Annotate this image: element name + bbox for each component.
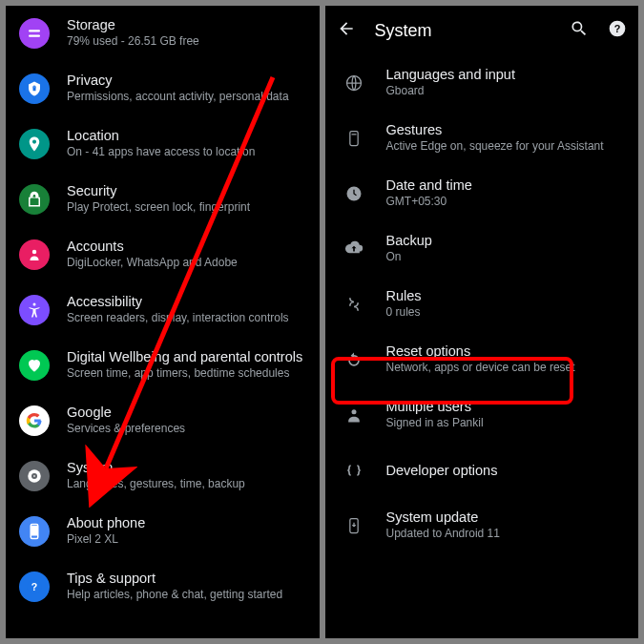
settings-item-location[interactable]: Location On - 41 apps have access to loc… bbox=[6, 116, 320, 172]
help-button[interactable]: ? bbox=[608, 19, 627, 42]
about-phone-icon bbox=[19, 516, 50, 547]
item-title: Digital Wellbeing and parental controls bbox=[67, 349, 302, 364]
item-sub: On bbox=[386, 250, 432, 265]
item-sub: On - 41 apps have access to location bbox=[67, 145, 255, 160]
system-item-backup[interactable]: Backup On bbox=[325, 221, 639, 277]
svg-text:?: ? bbox=[31, 581, 37, 592]
item-title: Accounts bbox=[67, 239, 238, 254]
svg-rect-11 bbox=[31, 526, 37, 536]
back-button[interactable] bbox=[337, 19, 356, 42]
item-title: Storage bbox=[67, 17, 199, 32]
item-sub: Updated to Android 11 bbox=[386, 527, 500, 542]
item-title: Backup bbox=[386, 233, 432, 248]
system-item-gestures[interactable]: Gestures Active Edge on, squeeze for you… bbox=[325, 111, 639, 166]
settings-item-wellbeing[interactable]: Digital Wellbeing and parental controls … bbox=[6, 338, 320, 393]
item-title: Google bbox=[67, 405, 185, 420]
system-icon bbox=[19, 461, 50, 491]
reset-icon bbox=[339, 350, 369, 369]
svg-rect-0 bbox=[29, 30, 40, 31]
settings-item-accounts[interactable]: Accounts DigiLocker, WhatsApp and Adobe bbox=[6, 227, 320, 282]
settings-list-panel: Storage 79% used - 26.51 GB free Privacy… bbox=[6, 6, 320, 638]
svg-point-6 bbox=[33, 303, 36, 306]
item-sub: Pixel 2 XL bbox=[67, 532, 145, 548]
item-title: About phone bbox=[67, 515, 145, 530]
item-title: Multiple users bbox=[386, 399, 484, 414]
item-sub: Services & preferences bbox=[67, 422, 185, 437]
item-title: Languages and input bbox=[386, 67, 515, 82]
settings-item-security[interactable]: Security Play Protect, screen lock, fing… bbox=[6, 172, 320, 227]
item-title: Accessibility bbox=[67, 294, 289, 309]
svg-point-20 bbox=[351, 409, 356, 414]
gestures-icon bbox=[339, 129, 369, 148]
item-sub: Gboard bbox=[386, 84, 515, 99]
clock-icon bbox=[339, 184, 369, 203]
privacy-icon bbox=[19, 73, 50, 104]
item-sub: 79% used - 26.51 GB free bbox=[67, 34, 199, 50]
item-title: Privacy bbox=[67, 73, 289, 88]
settings-item-about[interactable]: About phone Pixel 2 XL bbox=[6, 504, 320, 559]
user-icon bbox=[339, 405, 369, 425]
item-sub: Permissions, account activity, personal … bbox=[67, 90, 289, 105]
accessibility-icon bbox=[19, 295, 50, 325]
system-item-users[interactable]: Multiple users Signed in as Pankil bbox=[325, 387, 639, 443]
item-title: Rules bbox=[386, 288, 422, 303]
backup-icon bbox=[339, 239, 369, 259]
wellbeing-icon bbox=[19, 350, 50, 381]
item-title: Developer options bbox=[386, 463, 498, 478]
rules-icon bbox=[339, 295, 369, 314]
svg-point-5 bbox=[32, 250, 37, 255]
item-title: Tips & support bbox=[67, 571, 282, 586]
security-icon bbox=[19, 184, 50, 215]
item-sub: Screen time, app timers, bedtime schedul… bbox=[67, 366, 302, 382]
settings-item-accessibility[interactable]: Accessibility Screen readers, display, i… bbox=[6, 282, 320, 338]
item-sub: Languages, gestures, time, backup bbox=[67, 477, 245, 492]
location-icon bbox=[19, 129, 50, 159]
item-sub: DigiLocker, WhatsApp and Adobe bbox=[67, 256, 238, 271]
item-sub: Help articles, phone & chat, getting sta… bbox=[67, 588, 282, 603]
search-button[interactable] bbox=[570, 19, 589, 42]
item-sub: 0 rules bbox=[386, 305, 422, 321]
page-title: System bbox=[375, 21, 432, 41]
item-sub: Screen readers, display, interaction con… bbox=[67, 311, 289, 326]
google-icon bbox=[19, 405, 50, 436]
item-sub: Network, apps or device can be reset bbox=[386, 361, 575, 376]
system-item-languages[interactable]: Languages and input Gboard bbox=[325, 55, 639, 111]
item-title: System update bbox=[386, 509, 500, 525]
item-title: Location bbox=[67, 128, 255, 143]
item-title: Security bbox=[67, 183, 250, 198]
item-title: Date and time bbox=[386, 177, 472, 193]
language-icon bbox=[339, 73, 369, 93]
settings-item-tips[interactable]: ? Tips & support Help articles, phone & … bbox=[6, 559, 320, 614]
update-icon bbox=[339, 516, 369, 535]
item-sub: Active Edge on, squeeze for your Assista… bbox=[386, 139, 604, 155]
svg-rect-4 bbox=[31, 198, 38, 205]
svg-rect-1 bbox=[29, 35, 40, 37]
accounts-icon bbox=[19, 239, 50, 270]
storage-icon bbox=[19, 18, 50, 49]
system-item-reset[interactable]: Reset options Network, apps or device ca… bbox=[325, 332, 639, 387]
system-panel: System ? Languages and input Gboard bbox=[325, 6, 639, 638]
help-icon: ? bbox=[19, 571, 50, 602]
item-title: Gestures bbox=[386, 122, 604, 137]
item-sub: Play Protect, screen lock, fingerprint bbox=[67, 200, 250, 216]
item-title: System bbox=[67, 460, 245, 475]
settings-item-storage[interactable]: Storage 79% used - 26.51 GB free bbox=[6, 6, 320, 61]
developer-icon bbox=[339, 461, 369, 480]
settings-item-google[interactable]: Google Services & preferences bbox=[6, 393, 320, 448]
system-item-datetime[interactable]: Date and time GMT+05:30 bbox=[325, 166, 639, 221]
system-item-update[interactable]: System update Updated to Android 11 bbox=[325, 498, 639, 553]
system-item-developer[interactable]: Developer options bbox=[325, 443, 639, 498]
item-title: Reset options bbox=[386, 343, 575, 359]
settings-item-system[interactable]: System Languages, gestures, time, backup bbox=[6, 448, 320, 504]
settings-item-privacy[interactable]: Privacy Permissions, account activity, p… bbox=[6, 61, 320, 116]
svg-rect-18 bbox=[349, 132, 357, 146]
svg-text:?: ? bbox=[614, 23, 621, 34]
item-sub: GMT+05:30 bbox=[386, 195, 472, 210]
system-item-rules[interactable]: Rules 0 rules bbox=[325, 277, 639, 332]
svg-rect-9 bbox=[33, 475, 35, 477]
item-sub: Signed in as Pankil bbox=[386, 416, 484, 431]
